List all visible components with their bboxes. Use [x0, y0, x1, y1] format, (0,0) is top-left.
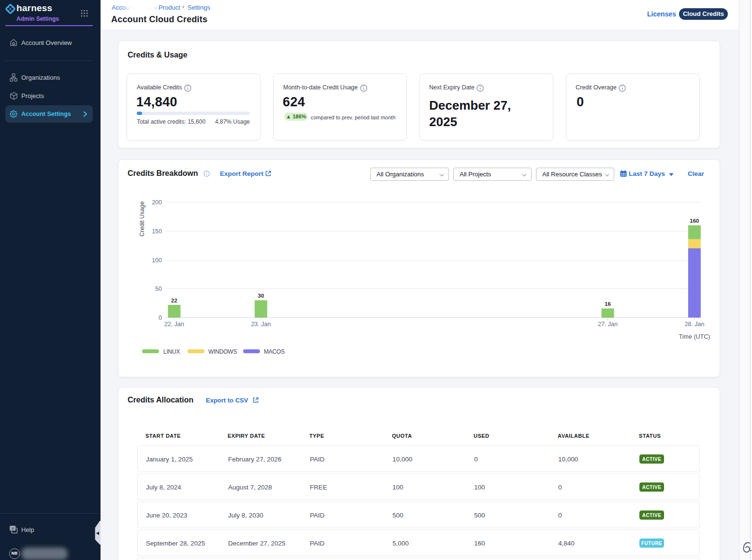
svg-text:50: 50	[155, 286, 162, 292]
svg-text:16: 16	[605, 301, 611, 307]
svg-text:27. Jan: 27. Jan	[598, 321, 618, 328]
svg-text:22: 22	[171, 298, 177, 303]
svg-text:22. Jan: 22. Jan	[164, 321, 184, 328]
svg-text:Time (UTC): Time (UTC)	[679, 333, 710, 340]
svg-text:0: 0	[159, 315, 162, 321]
svg-text:200: 200	[152, 199, 162, 206]
svg-text:23. Jan: 23. Jan	[251, 321, 271, 328]
svg-text:?: ?	[12, 527, 14, 531]
svg-text:Credit Usage: Credit Usage	[139, 201, 145, 236]
svg-text:160: 160	[690, 218, 699, 224]
svg-text:100: 100	[152, 257, 162, 264]
svg-text:150: 150	[152, 228, 162, 235]
svg-text:30: 30	[258, 293, 264, 299]
svg-text:28. Jan: 28. Jan	[684, 321, 704, 328]
